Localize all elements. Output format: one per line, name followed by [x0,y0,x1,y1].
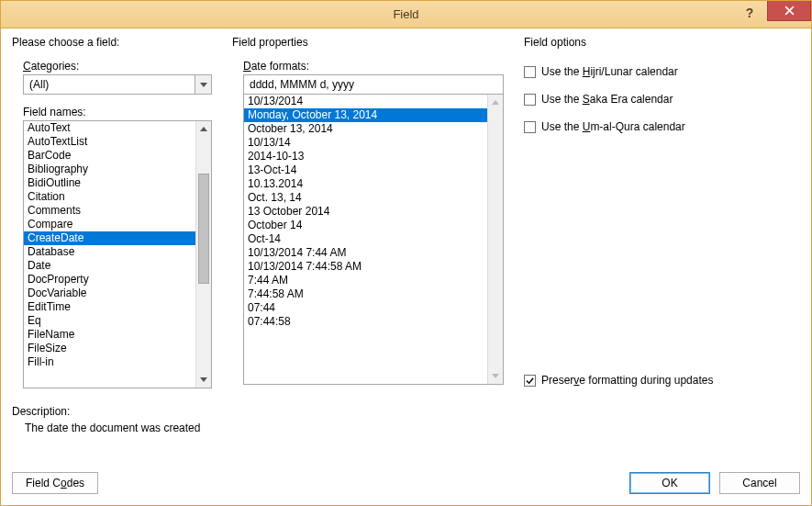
field-name-item[interactable]: BidiOutline [24,176,195,190]
field-names-label: Field names: [23,106,212,118]
help-button[interactable]: ? [732,3,767,23]
description-label: Description: [12,405,800,418]
dialog-content: Please choose a field: Categories: (All)… [1,28,811,505]
date-format-item[interactable]: Oct-14 [244,232,487,246]
date-format-item[interactable]: 13-Oct-14 [244,163,487,177]
window-controls: ? [732,1,811,28]
date-format-item[interactable]: 10/13/2014 7:44:58 AM [244,260,487,274]
saka-checkbox[interactable]: Use the Saka Era calendar [524,93,800,106]
categories-combo[interactable]: (All) [23,74,212,95]
date-format-item[interactable]: 07:44:58 [244,315,487,329]
date-format-item[interactable]: 2014-10-13 [244,150,487,163]
choose-field-panel: Please choose a field: Categories: (All)… [12,36,212,388]
date-format-item[interactable]: Monday, October 13, 2014 [244,108,487,122]
chevron-down-icon [200,377,207,382]
description-block: Description: The date the document was c… [12,405,800,434]
field-name-item[interactable]: AutoTextList [24,135,195,149]
field-names-scrollbar[interactable] [195,121,211,388]
field-name-item[interactable]: Comments [24,204,195,218]
field-codes-button[interactable]: Field Codes [12,472,98,494]
date-format-item[interactable]: Oct. 13, 14 [244,191,487,205]
date-formats-list[interactable]: 10/13/2014Monday, October 13, 2014Octobe… [243,95,504,385]
scroll-down-button[interactable] [488,368,503,384]
chevron-up-icon [492,100,499,105]
close-button[interactable] [767,1,811,21]
field-name-item[interactable]: CreateDate [24,231,195,245]
field-name-item[interactable]: FileName [24,328,195,342]
categories-value: (All) [24,75,195,94]
date-format-item[interactable]: 13 October 2014 [244,205,487,219]
close-icon [784,6,795,16]
scroll-down-button[interactable] [196,372,211,388]
umalqura-label: Use the Um-al-Qura calendar [541,120,685,133]
checkbox-box [524,66,536,78]
field-name-item[interactable]: Compare [24,218,195,231]
scroll-thumb[interactable] [198,174,209,284]
checkbox-box [524,121,536,133]
categories-label: Categories: [23,60,212,73]
preserve-formatting-label: Preserve formatting during updates [541,374,713,387]
hijri-label: Use the Hijri/Lunar calendar [541,65,678,78]
field-name-item[interactable]: Eq [24,314,195,328]
field-dialog: Field ? Please choose a field: Categorie… [0,0,812,506]
scroll-track[interactable] [488,110,503,368]
chevron-up-icon [200,127,207,131]
field-name-item[interactable]: Date [24,259,195,273]
field-name-item[interactable]: DocVariable [24,287,195,300]
preserve-formatting-checkbox[interactable]: Preserve formatting during updates [524,374,713,387]
date-format-item[interactable]: 7:44:58 AM [244,287,487,301]
date-format-item[interactable]: 10.13.2014 [244,177,487,191]
scroll-up-button[interactable] [196,121,211,137]
field-properties-panel: Field properties Date formats: dddd, MMM… [232,36,504,388]
field-name-item[interactable]: Fill-in [24,355,195,369]
checkbox-box [524,375,536,387]
field-name-item[interactable]: EditTime [24,300,195,314]
date-format-item[interactable]: October 14 [244,219,487,232]
date-formats-label: Date formats: [243,60,504,73]
date-format-item[interactable]: 10/13/2014 [244,95,487,108]
checkbox-box [524,94,536,106]
ok-button[interactable]: OK [629,472,710,494]
field-options-label: Field options [524,36,800,49]
field-properties-label: Field properties [232,36,504,49]
date-formats-scrollbar[interactable] [487,95,503,384]
date-format-item[interactable]: 07:44 [244,301,487,315]
field-name-item[interactable]: Citation [24,190,195,204]
chevron-down-icon [492,374,499,378]
field-name-item[interactable]: BarCode [24,149,195,163]
date-format-item[interactable]: October 13, 2014 [244,122,487,136]
dialog-footer: Field Codes OK Cancel [12,459,800,494]
field-name-item[interactable]: Bibliography [24,163,195,176]
date-format-input[interactable]: dddd, MMMM d, yyyy [243,74,504,95]
cancel-button[interactable]: Cancel [719,472,800,494]
field-names-list[interactable]: AutoTextAutoTextListBarCodeBibliographyB… [23,120,212,388]
hijri-checkbox[interactable]: Use the Hijri/Lunar calendar [524,65,800,78]
field-options-panel: Field options Use the Hijri/Lunar calend… [524,36,800,388]
field-name-item[interactable]: FileSize [24,342,195,355]
date-format-item[interactable]: 10/13/2014 7:44 AM [244,246,487,260]
field-name-item[interactable]: DocProperty [24,273,195,287]
field-name-item[interactable]: Database [24,245,195,259]
window-title: Field [393,7,418,21]
scroll-track[interactable] [196,137,211,372]
description-text: The date the document was created [12,422,800,434]
date-format-item[interactable]: 10/13/14 [244,136,487,150]
categories-dropdown-button[interactable] [195,75,211,94]
saka-label: Use the Saka Era calendar [541,93,673,106]
chevron-down-icon [200,83,207,87]
choose-field-label: Please choose a field: [12,36,212,49]
umalqura-checkbox[interactable]: Use the Um-al-Qura calendar [524,120,800,133]
field-name-item[interactable]: AutoText [24,121,195,135]
title-bar: Field ? [1,1,811,28]
date-format-item[interactable]: 7:44 AM [244,274,487,287]
scroll-up-button[interactable] [488,95,503,110]
